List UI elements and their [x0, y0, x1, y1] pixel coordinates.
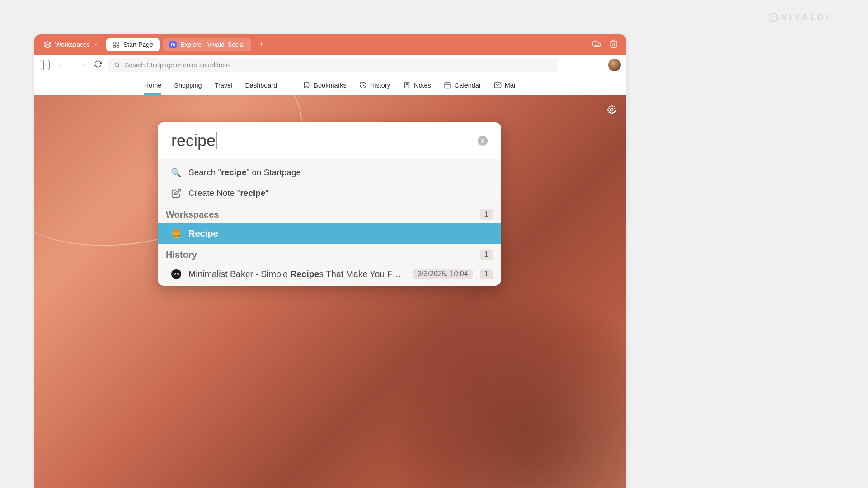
profile-avatar[interactable] [608, 59, 621, 71]
nav-travel[interactable]: Travel [215, 76, 233, 94]
nav-strip: Home Shopping Travel Dashboard Bookmarks… [34, 75, 626, 95]
svg-point-4 [595, 45, 596, 46]
nav-history[interactable]: History [359, 76, 390, 94]
settings-button[interactable] [607, 105, 616, 116]
tab-label: Explore - Vivaldi Social [180, 41, 245, 48]
notes-icon [403, 81, 411, 89]
text-cursor [216, 132, 217, 149]
reload-button[interactable] [94, 60, 102, 70]
stack-icon [43, 41, 52, 49]
bookmark-icon [303, 81, 310, 89]
clear-button[interactable]: ✕ [478, 136, 488, 146]
panel-toggle-button[interactable] [40, 60, 50, 70]
search-query[interactable]: recipe [171, 131, 216, 150]
svg-point-11 [611, 109, 613, 111]
create-note-action[interactable]: Create Note "recipe" [158, 183, 501, 204]
trash-icon[interactable] [609, 39, 618, 50]
start-page-icon [113, 41, 120, 48]
new-tab-button[interactable]: + [255, 38, 269, 51]
svg-point-6 [598, 45, 599, 46]
count-badge: 1 [480, 269, 493, 279]
history-result[interactable]: MB Minimalist Baker - Simple Recipes Tha… [158, 264, 501, 286]
calendar-icon [444, 81, 451, 89]
content-area: recipe ✕ 🔍 Search "recipe" on Startpage … [34, 95, 626, 488]
nav-bookmarks[interactable]: Bookmarks [303, 76, 347, 94]
nav-dashboard[interactable]: Dashboard [245, 76, 277, 94]
svg-rect-3 [117, 45, 119, 47]
tab-label: Start Page [123, 41, 153, 48]
history-section-header: History 1 [158, 244, 501, 264]
count-badge: 1 [480, 209, 493, 220]
browser-window: Workspaces Start Page m Explore - Vivald… [34, 34, 626, 488]
site-favicon: MB [171, 269, 181, 279]
history-title: Minimalist Baker - Simple Recipes That M… [188, 269, 406, 279]
svg-point-5 [596, 45, 597, 46]
toolbar: ← → Search Startpage or enter an address [34, 55, 626, 75]
result-label: Recipe [188, 228, 218, 239]
mastodon-icon: m [169, 41, 177, 48]
back-button[interactable]: ← [56, 58, 69, 72]
search-action[interactable]: 🔍 Search "recipe" on Startpage [158, 162, 501, 183]
workspaces-label: Workspaces [55, 41, 90, 48]
search-icon: 🔍 [171, 167, 181, 177]
chevron-down-icon [94, 42, 98, 47]
svg-point-7 [115, 63, 118, 66]
nav-notes[interactable]: Notes [403, 76, 431, 94]
svg-rect-1 [117, 42, 119, 44]
svg-rect-9 [445, 83, 450, 88]
history-date: 3/3/2025, 10:04 [413, 269, 472, 279]
tab-vivaldi-social[interactable]: m Explore - Vivaldi Social [163, 38, 251, 51]
svg-rect-2 [113, 45, 116, 47]
nav-home[interactable]: Home [144, 76, 162, 94]
vivaldi-brand: V VIVALDI [769, 13, 831, 22]
sync-icon[interactable] [592, 39, 601, 50]
search-icon [114, 62, 120, 68]
nav-shopping[interactable]: Shopping [174, 76, 202, 94]
nav-mail[interactable]: Mail [494, 76, 517, 94]
note-icon [171, 188, 181, 198]
nav-calendar[interactable]: Calendar [444, 76, 481, 94]
search-input-row: recipe ✕ [158, 122, 501, 159]
workspaces-button[interactable]: Workspaces [39, 38, 103, 51]
address-placeholder: Search Startpage or enter an address [125, 61, 230, 69]
address-bar[interactable]: Search Startpage or enter an address [108, 58, 558, 72]
count-badge: 1 [480, 249, 493, 260]
workspace-result-recipe[interactable]: 🍔 Recipe [158, 223, 501, 244]
tab-start-page[interactable]: Start Page [106, 38, 160, 51]
tab-bar: Workspaces Start Page m Explore - Vivald… [34, 34, 626, 55]
vivaldi-text: VIVALDI [781, 13, 831, 22]
search-dropdown: recipe ✕ 🔍 Search "recipe" on Startpage … [158, 122, 501, 286]
workspaces-section-header: Workspaces 1 [158, 204, 501, 223]
svg-rect-0 [113, 42, 116, 44]
search-action-text: Search "recipe" on Startpage [188, 167, 301, 177]
history-icon [359, 81, 367, 89]
nav-divider [290, 80, 290, 91]
forward-button[interactable]: → [75, 58, 88, 72]
mail-icon [494, 81, 502, 89]
note-action-text: Create Note "recipe" [188, 188, 268, 198]
bg-decoration [400, 307, 626, 488]
vivaldi-icon: V [769, 13, 778, 22]
burger-icon: 🍔 [171, 229, 181, 239]
